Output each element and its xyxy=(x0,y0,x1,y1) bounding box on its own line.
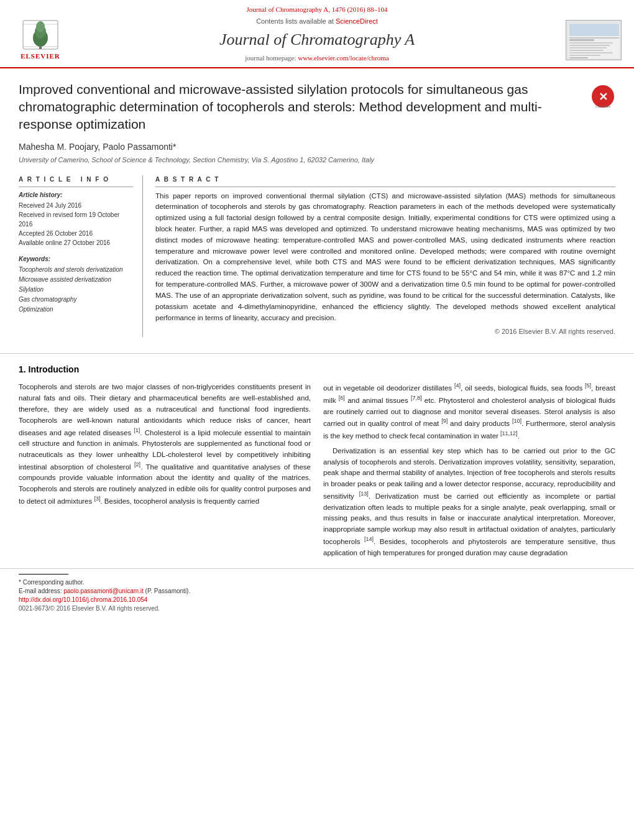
crossmark-icon: ✕ CrossMark xyxy=(590,84,615,109)
copyright: © 2016 Elsevier B.V. All rights reserved… xyxy=(155,327,615,336)
article-history: Article history: Received 24 July 2016 R… xyxy=(19,191,133,247)
crossmark-logo: ✕ CrossMark xyxy=(590,84,615,112)
journal-ref: Journal of Chromatography A, 1476 (2016)… xyxy=(12,5,622,14)
section-1-heading: 1. Introduction xyxy=(19,364,615,376)
intro-left-col: Tocopherols and sterols are two major cl… xyxy=(19,382,311,562)
keywords-section: Keywords: Tocopherols and sterols deriva… xyxy=(19,255,133,315)
svg-rect-14 xyxy=(569,47,607,48)
journal-title: Journal of Chromatography A xyxy=(68,29,566,51)
article-history-heading: Article history: xyxy=(19,191,133,200)
svg-rect-17 xyxy=(569,55,600,56)
svg-text:CrossMark: CrossMark xyxy=(595,104,611,108)
received-date: Received 24 July 2016 xyxy=(19,201,133,210)
svg-rect-9 xyxy=(569,24,619,36)
keywords-list: Tocopherols and sterols derivatization M… xyxy=(19,265,133,315)
issn-notice: 0021-9673/© 2016 Elsevier B.V. All right… xyxy=(19,604,615,613)
elsevier-logo: ELSEVIER xyxy=(12,19,68,61)
email-note: E-mail address: paolo.passamonti@unicam.… xyxy=(19,587,615,596)
email-person: (P. Passamonti). xyxy=(145,588,191,594)
svg-point-3 xyxy=(36,21,45,32)
affiliation: University of Camerino, School of Scienc… xyxy=(19,155,615,165)
received-revised-date: Received in revised form 19 October 2016 xyxy=(19,210,133,229)
introduction-section: 1. Introduction Tocopherols and sterols … xyxy=(0,364,634,563)
page-wrapper: Journal of Chromatography A, 1476 (2016)… xyxy=(0,0,634,840)
accepted-date: Accepted 26 October 2016 xyxy=(19,229,133,238)
svg-rect-15 xyxy=(569,50,604,51)
svg-rect-18 xyxy=(569,57,588,58)
article-info-label: A R T I C L E I N F O xyxy=(19,175,133,187)
section-divider xyxy=(0,353,634,354)
keywords-heading: Keywords: xyxy=(19,255,133,264)
header-main: ELSEVIER Contents lists available at Sci… xyxy=(12,17,622,63)
author-email[interactable]: paolo.passamonti@unicam.it xyxy=(63,588,144,594)
elsevier-brand-label: ELSEVIER xyxy=(21,52,60,61)
article-meta-section: A R T I C L E I N F O Article history: R… xyxy=(19,175,615,337)
introduction-two-col: Tocopherols and sterols are two major cl… xyxy=(19,382,615,562)
intro-para-2: out in vegetable oil deodorizer distilla… xyxy=(323,382,615,441)
article-content: Improved conventional and microwave-assi… xyxy=(0,68,634,343)
svg-rect-16 xyxy=(569,52,613,53)
abstract-text: This paper reports on improved conventio… xyxy=(155,191,615,324)
homepage-url[interactable]: www.elsevier.com/locate/chroma xyxy=(298,54,389,62)
intro-right-col: out in vegetable oil deodorizer distilla… xyxy=(323,382,615,562)
keyword-5: Optimization xyxy=(19,305,133,315)
article-title-section: Improved conventional and microwave-assi… xyxy=(19,81,615,134)
keyword-3: Silylation xyxy=(19,285,133,295)
keyword-1: Tocopherols and sterols derivatization xyxy=(19,265,133,275)
footer-section: * Corresponding author. E-mail address: … xyxy=(0,568,634,617)
available-online-date: Available online 27 October 2016 xyxy=(19,238,133,247)
keyword-4: Gas chromatography xyxy=(19,295,133,305)
elsevier-tree-icon xyxy=(22,19,59,50)
journal-header: Journal of Chromatography A, 1476 (2016)… xyxy=(0,0,634,68)
footer-rule xyxy=(19,574,68,575)
article-info-column: A R T I C L E I N F O Article history: R… xyxy=(19,175,143,337)
keyword-2: Microwave assisted derivatization xyxy=(19,275,133,285)
svg-rect-13 xyxy=(569,45,610,46)
journal-center: Contents lists available at ScienceDirec… xyxy=(68,17,566,63)
journal-homepage: journal homepage: www.elsevier.com/locat… xyxy=(68,53,566,63)
intro-para-3: Derivatization is an essential key step … xyxy=(323,446,615,559)
abstract-column: A B S T R A C T This paper reports on im… xyxy=(155,175,615,337)
doi-link[interactable]: http://dx.doi.org/10.1016/j.chroma.2016.… xyxy=(19,596,615,604)
journal-cover-image xyxy=(566,20,622,60)
article-title: Improved conventional and microwave-assi… xyxy=(19,81,584,134)
corresponding-author-note: * Corresponding author. xyxy=(19,578,615,587)
svg-rect-12 xyxy=(569,42,613,44)
contents-available: Contents lists available at ScienceDirec… xyxy=(68,17,566,26)
authors: Mahesha M. Poojary, Paolo Passamonti* xyxy=(19,141,615,154)
intro-para-1: Tocopherols and sterols are two major cl… xyxy=(19,382,311,507)
svg-text:✕: ✕ xyxy=(599,91,608,103)
svg-rect-11 xyxy=(569,39,594,41)
abstract-label: A B S T R A C T xyxy=(155,175,615,187)
sciencedirect-link[interactable]: ScienceDirect xyxy=(336,17,378,25)
